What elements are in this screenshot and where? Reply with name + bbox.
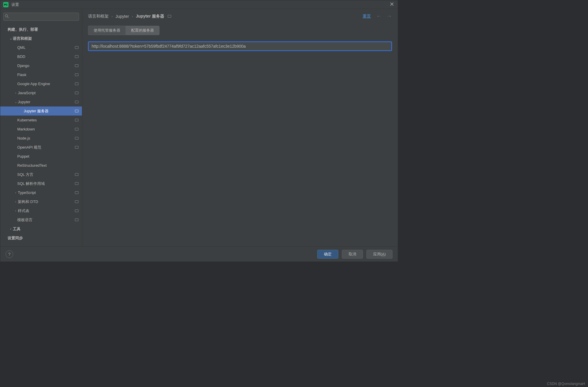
tree-item-label: 工具 — [13, 226, 78, 232]
tree-item-label: Kubernetes — [17, 118, 75, 122]
settings-sidebar: 构建、执行、部署⌄语言和框架QMLBDDDjangoFlaskGoogle Ap… — [0, 9, 82, 246]
tree-item[interactable]: Django — [0, 61, 82, 70]
project-scope-icon — [75, 137, 78, 140]
svg-text:PC: PC — [4, 3, 8, 6]
tree-item[interactable]: Markdown — [0, 125, 82, 134]
tree-item-label: 样式表 — [18, 208, 75, 214]
tree-item-label: JavaScript — [18, 91, 75, 95]
tree-item-label: 架构和 DTD — [18, 199, 75, 204]
tree-item[interactable]: ›架构和 DTD — [0, 197, 82, 206]
title-bar: PC 设置 — [0, 0, 398, 9]
tree-item-label: TypeScript — [18, 190, 75, 195]
tree-item-label: Jupyter — [18, 100, 75, 104]
tree-item[interactable]: 构建、执行、部署 — [0, 25, 82, 34]
server-url-wrap — [88, 42, 392, 51]
server-url-input[interactable] — [88, 42, 392, 51]
project-scope-icon — [75, 146, 78, 149]
search-wrap — [0, 9, 82, 24]
breadcrumb-current: Jupyter 服务器 — [136, 14, 164, 19]
tree-item[interactable]: ReStructuredText — [0, 161, 82, 170]
search-input[interactable] — [3, 13, 79, 21]
tree-item[interactable]: 模板语言 — [0, 215, 82, 224]
tree-item[interactable]: ›样式表 — [0, 206, 82, 215]
project-scope-icon — [168, 15, 171, 18]
tree-item[interactable]: Kubernetes — [0, 116, 82, 125]
tree-item-label: Node.js — [17, 136, 75, 140]
tree-item[interactable]: ⌄Jupyter — [0, 97, 82, 106]
tree-item[interactable]: Google App Engine — [0, 79, 82, 88]
project-scope-icon — [75, 119, 78, 121]
reset-link[interactable]: 重置 — [363, 14, 371, 19]
settings-window: PC 设置 构建、执行、部署⌄语言和框架QMLBDDDjangoFlaskGoo… — [0, 0, 398, 262]
tab-managed-server[interactable]: 使用托管服务器 — [88, 26, 126, 35]
close-button[interactable] — [390, 2, 395, 8]
tree-item-label: 模板语言 — [17, 217, 75, 223]
breadcrumb: 语言和框架 › Jupyter › Jupyter 服务器 — [88, 14, 171, 19]
tree-item-label: 设置同步 — [8, 235, 78, 241]
settings-tree[interactable]: 构建、执行、部署⌄语言和框架QMLBDDDjangoFlaskGoogle Ap… — [0, 24, 82, 246]
apply-suffix: ) — [385, 252, 386, 256]
chevron-right-icon: › — [132, 15, 133, 18]
tree-item[interactable]: Jupyter 服务器 — [0, 106, 82, 116]
tree-item[interactable]: BDD — [0, 52, 82, 61]
app-icon: PC — [3, 2, 8, 7]
chevron-right-icon: › — [112, 15, 113, 18]
project-scope-icon — [75, 82, 78, 85]
search-icon — [5, 14, 9, 19]
project-scope-icon — [75, 64, 78, 67]
tree-item-label: 构建、执行、部署 — [8, 27, 78, 32]
breadcrumb-part[interactable]: 语言和框架 — [88, 14, 109, 19]
ok-button[interactable]: 确定 — [317, 250, 338, 259]
project-scope-icon — [75, 55, 78, 58]
tree-item-label: BDD — [17, 54, 75, 59]
tree-item[interactable]: ›工具 — [0, 224, 82, 233]
tree-item-label: QML — [17, 45, 75, 50]
chevron-right-icon: › — [13, 209, 18, 212]
tree-item-label: ReStructuredText — [17, 163, 78, 168]
tree-item-label: Jupyter 服务器 — [24, 109, 75, 114]
server-tab-group: 使用托管服务器 配置的服务器 — [88, 26, 392, 35]
tree-item[interactable]: ⌄语言和框架 — [0, 34, 82, 43]
tab-configured-server[interactable]: 配置的服务器 — [126, 26, 160, 35]
tree-item[interactable]: 设置同步 — [0, 233, 82, 242]
tree-item[interactable]: OpenAPI 规范 — [0, 143, 82, 152]
tree-item[interactable]: Node.js — [0, 134, 82, 143]
nav-forward-icon: → — [387, 13, 392, 19]
nav-back-icon: ← — [376, 13, 381, 19]
project-scope-icon — [75, 101, 78, 103]
svg-point-2 — [5, 15, 8, 17]
breadcrumb-row: 语言和框架 › Jupyter › Jupyter 服务器 重置 ← → — [88, 13, 392, 19]
tree-item-label: Google App Engine — [17, 82, 75, 86]
project-scope-icon — [75, 46, 78, 49]
tree-item[interactable]: Flask — [0, 70, 82, 79]
tree-item-label: Flask — [17, 73, 75, 77]
chevron-right-icon: › — [13, 200, 18, 203]
help-button[interactable]: ? — [6, 250, 13, 258]
apply-prefix: 应用( — [373, 252, 382, 256]
project-scope-icon — [75, 73, 78, 76]
tree-item[interactable]: SQL 解析作用域 — [0, 179, 82, 188]
tree-item-label: Markdown — [17, 127, 75, 131]
dialog-footer: ? 确定 取消 应用(A) — [0, 246, 398, 262]
chevron-down-icon: ⌄ — [13, 100, 18, 104]
tree-item-label: Puppet — [17, 154, 78, 159]
project-scope-icon — [75, 200, 78, 203]
tree-item[interactable]: Puppet — [0, 152, 82, 161]
apply-button[interactable]: 应用(A) — [366, 250, 392, 259]
breadcrumb-part[interactable]: Jupyter — [116, 14, 129, 19]
chevron-down-icon: ⌄ — [8, 37, 13, 40]
project-scope-icon — [75, 209, 78, 212]
tree-item[interactable]: SQL 方言 — [0, 170, 82, 179]
apply-key: A — [382, 252, 385, 256]
tree-item-label: OpenAPI 规范 — [17, 145, 75, 150]
tree-item-label: SQL 解析作用域 — [17, 181, 75, 186]
window-title: 设置 — [11, 2, 19, 7]
project-scope-icon — [75, 191, 78, 194]
project-scope-icon — [75, 173, 78, 176]
tree-item[interactable]: QML — [0, 43, 82, 52]
tree-item[interactable]: ›TypeScript — [0, 188, 82, 197]
tree-item[interactable]: ›JavaScript — [0, 88, 82, 97]
cancel-button[interactable]: 取消 — [342, 250, 363, 259]
tree-item-label: Django — [17, 63, 75, 68]
chevron-right-icon: › — [13, 91, 18, 94]
